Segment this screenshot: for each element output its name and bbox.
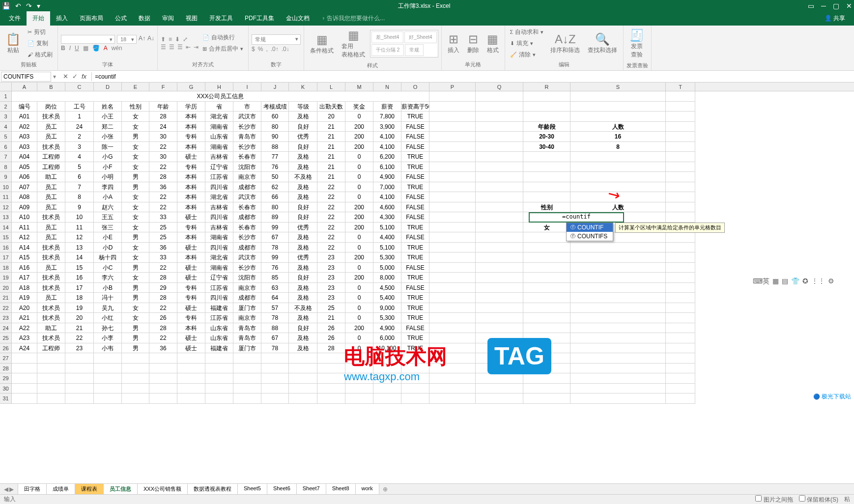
- cell[interactable]: 77: [261, 152, 289, 162]
- cell[interactable]: [233, 373, 261, 384]
- row-header[interactable]: 7: [0, 152, 12, 162]
- cell[interactable]: 80: [261, 122, 289, 132]
- cell[interactable]: FALSE: [401, 192, 429, 202]
- cell[interactable]: 男: [122, 283, 149, 293]
- cell[interactable]: 3,900: [373, 122, 401, 132]
- qat-more-icon[interactable]: ▾: [37, 2, 40, 10]
- cell[interactable]: 吉林省: [205, 152, 233, 162]
- sort-filter-button[interactable]: A↓Z排序和筛选: [547, 30, 583, 56]
- cell[interactable]: [233, 353, 261, 364]
- cell[interactable]: 5,300: [373, 313, 401, 323]
- cell[interactable]: 长春市: [233, 223, 261, 233]
- cell[interactable]: 考核成绩: [261, 102, 289, 112]
- cell[interactable]: 0: [345, 232, 373, 243]
- cell[interactable]: A20: [12, 303, 37, 313]
- cell[interactable]: 四川省: [205, 243, 233, 253]
- cell[interactable]: 专科: [177, 283, 205, 293]
- cell[interactable]: 0: [345, 112, 373, 122]
- cell[interactable]: A03: [12, 142, 37, 152]
- ribbon-options-icon[interactable]: ▭: [808, 2, 814, 10]
- cell[interactable]: [570, 384, 666, 394]
- cell[interactable]: 女: [122, 223, 149, 233]
- border-button[interactable]: ▦: [83, 45, 88, 52]
- cell[interactable]: [570, 252, 666, 263]
- cell[interactable]: 成都市: [233, 293, 261, 303]
- row-header[interactable]: 29: [0, 373, 12, 384]
- wrap-text-button[interactable]: 📄 自动换行: [200, 32, 245, 43]
- cell[interactable]: [476, 333, 523, 343]
- cell[interactable]: [429, 252, 476, 263]
- cell[interactable]: 小G: [94, 152, 122, 162]
- cell[interactable]: 7,000: [373, 182, 401, 193]
- cell[interactable]: 22: [149, 263, 177, 273]
- cell[interactable]: 0: [345, 192, 373, 202]
- decrease-font-icon[interactable]: A↓: [147, 35, 154, 44]
- cell[interactable]: 5,100: [373, 223, 401, 233]
- cell[interactable]: [666, 182, 695, 193]
- find-select-button[interactable]: 🔍查找和选择: [585, 30, 620, 56]
- cell[interactable]: 本科: [177, 202, 205, 213]
- tab-insert[interactable]: 插入: [50, 11, 74, 26]
- cell[interactable]: 22: [149, 192, 177, 202]
- cell[interactable]: [205, 364, 233, 374]
- cell[interactable]: 女: [122, 303, 149, 313]
- cell[interactable]: [666, 132, 695, 142]
- cell[interactable]: [429, 162, 476, 172]
- column-header[interactable]: O: [401, 83, 429, 91]
- cell[interactable]: [65, 384, 94, 394]
- cell[interactable]: 26: [317, 333, 345, 343]
- cell[interactable]: A09: [12, 202, 37, 213]
- cell[interactable]: [523, 364, 570, 374]
- cancel-formula-icon[interactable]: ✕: [63, 73, 68, 80]
- cell[interactable]: 4,300: [373, 212, 401, 223]
- cell[interactable]: [666, 373, 695, 384]
- bold-button[interactable]: B: [61, 45, 65, 52]
- cell[interactable]: 6,100: [373, 162, 401, 172]
- cell[interactable]: [523, 313, 570, 323]
- cell[interactable]: [666, 202, 695, 213]
- cell[interactable]: 李六: [94, 273, 122, 283]
- cell[interactable]: [289, 353, 317, 364]
- cell[interactable]: 0: [345, 162, 373, 172]
- tool-icon[interactable]: 👕: [791, 277, 799, 286]
- maximize-icon[interactable]: ▢: [833, 2, 839, 10]
- cell[interactable]: 市: [233, 102, 261, 112]
- increase-decimal-icon[interactable]: .0↑: [271, 46, 279, 53]
- cell[interactable]: 本科: [177, 172, 205, 182]
- cell[interactable]: 99: [261, 223, 289, 233]
- cell[interactable]: [429, 172, 476, 182]
- column-header[interactable]: Q: [476, 83, 523, 91]
- cell[interactable]: [261, 373, 289, 384]
- column-header[interactable]: C: [65, 83, 94, 91]
- cell[interactable]: [429, 393, 476, 404]
- cell[interactable]: 良好: [289, 202, 317, 213]
- cell[interactable]: [666, 273, 695, 283]
- cell[interactable]: 33: [149, 212, 177, 223]
- cell[interactable]: 本科: [177, 232, 205, 243]
- cell[interactable]: [429, 353, 476, 364]
- cell[interactable]: 等级: [289, 102, 317, 112]
- cell[interactable]: 及格: [289, 343, 317, 354]
- cell[interactable]: 年龄: [149, 102, 177, 112]
- cell[interactable]: 及格: [289, 263, 317, 273]
- cell[interactable]: [429, 102, 476, 112]
- cell[interactable]: 女: [122, 122, 149, 132]
- cell[interactable]: 青岛市: [233, 323, 261, 334]
- row-header[interactable]: 5: [0, 132, 12, 142]
- cell[interactable]: 22: [149, 142, 177, 152]
- align-top-icon[interactable]: ⬆: [161, 36, 166, 43]
- cell[interactable]: 武汉市: [233, 192, 261, 202]
- cell[interactable]: 良好: [289, 122, 317, 132]
- cell[interactable]: 66: [261, 192, 289, 202]
- row-header[interactable]: 18: [0, 263, 12, 273]
- cell[interactable]: [476, 252, 523, 263]
- cell[interactable]: 性别: [122, 102, 149, 112]
- cell[interactable]: 25: [317, 303, 345, 313]
- cell[interactable]: [666, 364, 695, 374]
- cell[interactable]: 28: [149, 293, 177, 303]
- cell[interactable]: [666, 212, 695, 223]
- cell[interactable]: 23: [317, 252, 345, 263]
- cell[interactable]: 4,100: [373, 142, 401, 152]
- cell[interactable]: A05: [12, 162, 37, 172]
- cell[interactable]: 厦门市: [233, 343, 261, 354]
